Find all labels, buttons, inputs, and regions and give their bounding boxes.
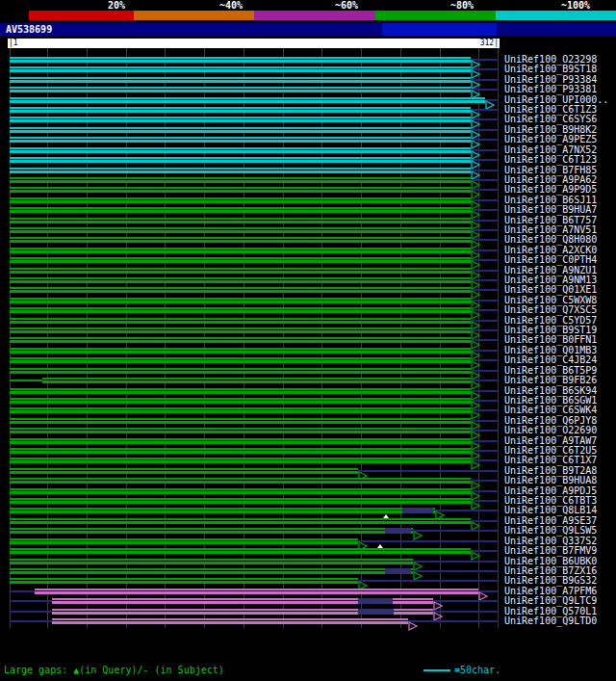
hit-bar[interactable] xyxy=(10,528,413,534)
hit-bar[interactable] xyxy=(10,538,358,544)
hit-label[interactable]: UniRef100_O22690 xyxy=(504,426,597,435)
hit-bar[interactable] xyxy=(10,578,358,584)
hit-bar[interactable] xyxy=(10,498,471,504)
hit-bar[interactable] xyxy=(10,468,358,474)
scalebar-legend-text: =50char. xyxy=(454,665,500,675)
hit-bar[interactable] xyxy=(10,508,435,513)
hit-bar[interactable] xyxy=(10,388,471,394)
hit-label[interactable]: UniRef100_B9HUA8 xyxy=(504,476,597,485)
hit-bar[interactable] xyxy=(10,157,471,163)
hit-bar[interactable] xyxy=(10,318,471,324)
hit-arrowhead-icon xyxy=(471,355,480,365)
hit-row: UniRef100_C6T123 xyxy=(0,155,616,165)
hit-label[interactable]: UniRef100_Q01XE1 xyxy=(504,285,597,295)
hit-bar[interactable] xyxy=(10,57,471,63)
hit-bar[interactable] xyxy=(10,137,471,143)
hit-label[interactable]: UniRef100_Q9LTD0 xyxy=(504,616,597,626)
hit-bar[interactable] xyxy=(10,327,471,333)
hit-bar[interactable] xyxy=(52,618,408,624)
hit-bar[interactable] xyxy=(10,478,471,484)
hit-bar[interactable] xyxy=(10,227,471,233)
hit-label[interactable]: UniRef100_B9GS32 xyxy=(504,576,597,586)
hit-bar[interactable] xyxy=(10,398,471,404)
hit-bar[interactable] xyxy=(10,298,471,303)
hit-bar[interactable] xyxy=(10,448,471,454)
hit-bar[interactable] xyxy=(10,257,471,263)
hit-label[interactable]: UniRef100_B0FFN1 xyxy=(504,335,597,345)
hit-bar[interactable] xyxy=(10,207,471,213)
hit-label[interactable]: UniRef100_A9PEZ5 xyxy=(504,135,597,144)
identity-scale-segment xyxy=(254,11,375,20)
hit-bar[interactable] xyxy=(10,237,471,243)
hit-arrowhead-icon xyxy=(471,376,480,385)
hit-arrowhead-icon xyxy=(471,406,480,415)
hit-bar[interactable] xyxy=(10,168,471,173)
hit-label[interactable]: UniRef100_Q8H080 xyxy=(504,235,597,245)
hit-label[interactable]: UniRef100_Q9LSW5 xyxy=(504,526,597,536)
hit-label[interactable]: UniRef100_B9FB26 xyxy=(504,376,597,385)
hit-bar[interactable] xyxy=(35,589,478,594)
hit-bar[interactable] xyxy=(10,127,471,133)
hit-bar[interactable] xyxy=(10,368,471,374)
hit-arrowhead-icon xyxy=(413,557,423,566)
hit-bar[interactable] xyxy=(10,488,471,494)
hit-bar[interactable] xyxy=(10,117,471,122)
hit-bar[interactable] xyxy=(10,568,413,574)
hit-bar[interactable] xyxy=(10,277,471,283)
query-title: AV538699 xyxy=(6,24,52,35)
hit-bar[interactable] xyxy=(10,559,413,564)
hit-arrowhead-icon xyxy=(471,516,480,526)
hit-label[interactable]: UniRef100_B9ST18 xyxy=(504,65,597,74)
hit-bar[interactable] xyxy=(10,287,471,293)
hit-bar[interactable] xyxy=(10,248,471,253)
hit-label[interactable]: UniRef100_C0PTH4 xyxy=(504,255,597,265)
hit-bar[interactable] xyxy=(10,87,471,92)
subject-gap-line xyxy=(10,380,42,381)
hit-label[interactable]: UniRef100_C4JB24 xyxy=(504,355,597,365)
hit-label[interactable]: UniRef100_C6SYS6 xyxy=(504,115,597,124)
hit-arrowhead-icon xyxy=(471,275,480,285)
hit-bar[interactable] xyxy=(10,548,471,554)
hit-bar[interactable] xyxy=(10,268,471,274)
hit-bar[interactable] xyxy=(10,307,471,313)
hit-arrowhead-icon xyxy=(471,235,480,245)
hit-bar[interactable] xyxy=(10,107,471,113)
hit-bar[interactable] xyxy=(10,147,471,153)
hit-arrowhead-icon xyxy=(471,476,480,485)
hit-bar[interactable] xyxy=(10,438,471,444)
hit-bar[interactable] xyxy=(10,458,471,463)
hit-label[interactable]: UniRef100_C6T123 xyxy=(504,155,597,165)
hit-label[interactable]: UniRef100_Q7XSC5 xyxy=(504,305,597,315)
hit-bar[interactable] xyxy=(10,97,485,103)
hit-label[interactable]: UniRef100_B7FH85 xyxy=(504,166,597,175)
hit-bar[interactable] xyxy=(10,418,471,424)
hit-bar[interactable] xyxy=(10,357,471,363)
hit-bar[interactable] xyxy=(10,177,471,183)
hit-arrowhead-icon xyxy=(471,85,480,94)
position-ruler: |1 312| xyxy=(8,39,500,48)
hit-label[interactable]: UniRef100_A9P9D5 xyxy=(504,185,597,195)
hit-bar[interactable] xyxy=(10,428,471,433)
hit-label[interactable]: UniRef100_B6UBK0 xyxy=(504,557,597,566)
hit-bar[interactable] xyxy=(10,197,471,203)
blast-graphic-overview: 20%~40%~60%~80%~100% AV538699 |1 312| Un… xyxy=(0,0,616,681)
hit-bar[interactable] xyxy=(10,218,471,223)
hit-bar[interactable] xyxy=(10,407,471,413)
hit-label[interactable]: UniRef100_Q9LTC9 xyxy=(504,596,597,606)
hit-bar[interactable] xyxy=(10,66,471,72)
hit-bar[interactable] xyxy=(10,348,471,354)
hit-label[interactable]: UniRef100_B7FMV9 xyxy=(504,546,597,556)
hit-label[interactable]: UniRef100_P93381 xyxy=(504,85,597,94)
hit-bar[interactable] xyxy=(42,378,471,383)
hit-arrowhead-icon xyxy=(471,486,480,496)
hit-label[interactable]: UniRef100_C6T1X7 xyxy=(504,456,597,465)
hit-bar[interactable] xyxy=(10,77,471,83)
hit-label[interactable]: UniRef100_Q8LB14 xyxy=(504,506,597,515)
hit-bar[interactable] xyxy=(10,187,471,193)
hit-label[interactable]: UniRef100_C6SWK4 xyxy=(504,406,597,415)
hit-bar[interactable] xyxy=(10,337,471,343)
hit-row: UniRef100_Q9LSW5 xyxy=(0,526,616,536)
hit-label[interactable]: UniRef100_B9HUA7 xyxy=(504,205,597,215)
identity-scale-label: ~100% xyxy=(561,0,590,11)
hit-bar[interactable] xyxy=(10,518,471,524)
